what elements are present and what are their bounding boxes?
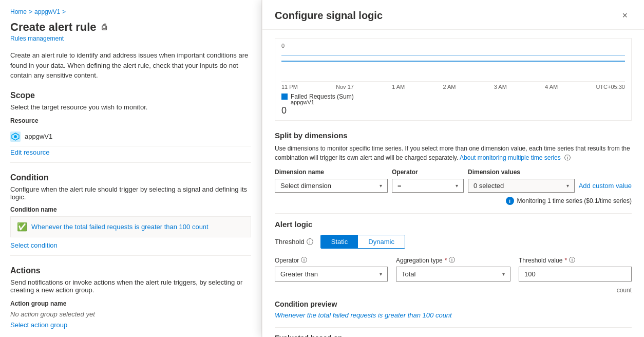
chart-x-labels: 11 PM Nov 17 1 AM 2 AM 3 AM 4 AM UTC+05:… (281, 84, 625, 90)
left-panel: Home > appgwV1 > Create alert rule ⎙ Rul… (0, 0, 262, 337)
dimension-name-chevron: ▾ (380, 183, 382, 189)
condition-preview-section: Condition preview Whenever the total fai… (275, 300, 632, 319)
breadcrumb-home[interactable]: Home (10, 8, 27, 15)
chart-area (281, 51, 625, 82)
divider-4 (275, 327, 632, 328)
aggregation-select-dropdown[interactable]: Total ▾ (396, 267, 510, 282)
condition-section: Condition Configure when the alert rule … (10, 173, 251, 249)
monitoring-info-icon: i (506, 197, 514, 205)
operator-select-value: Greater than (280, 270, 318, 278)
resource-name: appgwV1 (25, 133, 52, 140)
threshold-value-label: Threshold value * ⓘ (519, 256, 632, 265)
toggle-dynamic-button[interactable]: Dynamic (358, 235, 405, 248)
chart-y-axis: 0 (281, 43, 625, 49)
page-title-row: Create alert rule ⎙ (10, 21, 251, 34)
dimension-values-value: 0 selected (473, 182, 504, 190)
condition-preview-text: Whenever the total failed requests is gr… (275, 311, 632, 319)
scope-section: Scope Select the target resource you wis… (10, 91, 251, 156)
operator-select-chevron: ▾ (380, 271, 382, 277)
count-unit-label: count (275, 287, 632, 294)
dimensions-table-header: Dimension name Operator Dimension values (275, 168, 632, 176)
edit-resource-link[interactable]: Edit resource (10, 148, 50, 156)
threshold-value-required-star: * (564, 257, 567, 264)
evaluated-section: Evaluated based on Aggregation granulari… (275, 334, 632, 337)
panel-header: Configure signal logic × (262, 0, 644, 30)
appgw-icon (10, 132, 21, 142)
threshold-row: Threshold ⓘ Static Dynamic (275, 235, 632, 249)
info-icon-2: ⓘ (564, 154, 571, 161)
breadcrumb: Home > appgwV1 > (10, 8, 251, 15)
chart-label-1: Nov 17 (336, 84, 354, 90)
chart-value: 0 (281, 105, 625, 116)
threshold-info-icon: ⓘ (307, 237, 313, 247)
add-custom-value-link[interactable]: Add custom value (579, 179, 632, 192)
monitoring-info: i Monitoring 1 time series ($0.1/time se… (275, 197, 632, 205)
dimensions-table-row: Select dimension ▾ = ▾ 0 selected ▾ Add … (275, 179, 632, 193)
alert-logic-title: Alert logic (275, 220, 632, 229)
breadcrumb-resource[interactable]: appgwV1 (34, 8, 60, 15)
right-panel: Configure signal logic × 0 11 PM Nov 17 … (262, 0, 644, 337)
select-condition-link[interactable]: Select condition (10, 241, 58, 249)
alert-fields-row: Operator ⓘ Greater than ▾ Aggregation ty… (275, 256, 632, 282)
condition-check-icon: ✅ (17, 222, 27, 232)
condition-text-pre: Whenever the total failed requests is gr… (31, 223, 179, 231)
about-monitoring-link[interactable]: About monitoring multiple time series (460, 154, 561, 161)
col-operator: Operator (392, 168, 464, 176)
chart-y-zero: 0 (281, 43, 285, 49)
split-dimensions-title: Split by dimensions (275, 131, 632, 140)
dimension-values-dropdown[interactable]: 0 selected ▾ (468, 179, 575, 193)
breadcrumb-sep1: > (29, 8, 32, 15)
print-icon[interactable]: ⎙ (102, 23, 107, 32)
page-title: Create alert rule (10, 21, 97, 34)
chart-container: 0 11 PM Nov 17 1 AM 2 AM 3 AM 4 AM UTC+0… (275, 38, 632, 121)
close-button[interactable]: × (618, 8, 632, 23)
operator-info-icon: ⓘ (301, 256, 307, 265)
condition-text: Whenever the total failed requests is gr… (31, 223, 244, 231)
split-dimensions-info: Use dimensions to monitor specific time … (275, 144, 632, 162)
rules-management-link[interactable]: Rules management (10, 35, 251, 42)
condition-item[interactable]: ✅ Whenever the total failed requests is … (10, 216, 251, 237)
chart-label-utc: UTC+05:30 (596, 84, 625, 90)
threshold-value-input[interactable] (519, 267, 632, 282)
scope-title: Scope (10, 91, 251, 100)
dimension-name-value: Select dimension (280, 182, 331, 190)
scope-desc: Select the target resource you wish to m… (10, 103, 251, 111)
actions-title: Actions (10, 266, 251, 275)
panel-content: 0 11 PM Nov 17 1 AM 2 AM 3 AM 4 AM UTC+0… (262, 30, 644, 337)
aggregation-field-label: Aggregation type * ⓘ (396, 256, 510, 265)
toggle-static-button[interactable]: Static (321, 235, 358, 248)
chart-label-4: 3 AM (494, 84, 507, 90)
operator-select-dropdown[interactable]: Greater than ▾ (275, 267, 388, 282)
chart-label-2: 1 AM (392, 84, 405, 90)
chart-zero-line (281, 55, 625, 55)
col-dimension-values: Dimension values (468, 168, 632, 176)
split-dimensions-section: Split by dimensions Use dimensions to mo… (275, 131, 632, 205)
panel-title: Configure signal logic (275, 10, 383, 22)
operator-value: = (397, 182, 402, 190)
divider-3 (275, 213, 632, 214)
aggregation-select-value: Total (402, 270, 415, 278)
aggregation-info-icon: ⓘ (449, 256, 455, 265)
alert-logic-section: Alert logic Threshold ⓘ Static Dynamic O… (275, 220, 632, 294)
select-action-group-link[interactable]: Select action group (10, 321, 67, 329)
no-action-text: No action group selected yet (10, 310, 251, 318)
aggregation-required-star: * (445, 257, 447, 264)
chart-label-3: 2 AM (443, 84, 456, 90)
dimension-name-dropdown[interactable]: Select dimension ▾ (275, 179, 388, 193)
condition-title: Condition (10, 173, 251, 182)
resource-label: Resource (10, 117, 251, 124)
breadcrumb-sep2: > (62, 8, 66, 15)
col-dimension-name: Dimension name (275, 168, 388, 176)
chart-label-5: 4 AM (545, 84, 558, 90)
divider-1 (10, 162, 251, 163)
aggregation-field-group: Aggregation type * ⓘ Total ▾ (396, 256, 510, 282)
actions-section: Actions Send notifications or invoke act… (10, 266, 251, 329)
actions-desc: Send notifications or invoke actions whe… (10, 278, 251, 294)
condition-preview-title: Condition preview (275, 300, 632, 308)
threshold-toggle-group: Static Dynamic (320, 235, 405, 249)
condition-highlight: 100 count (179, 223, 209, 231)
threshold-label: Threshold ⓘ (275, 237, 313, 247)
operator-dropdown[interactable]: = ▾ (392, 179, 464, 193)
legend-color-box (281, 93, 288, 100)
threshold-value-field-group: Threshold value * ⓘ (519, 256, 632, 282)
